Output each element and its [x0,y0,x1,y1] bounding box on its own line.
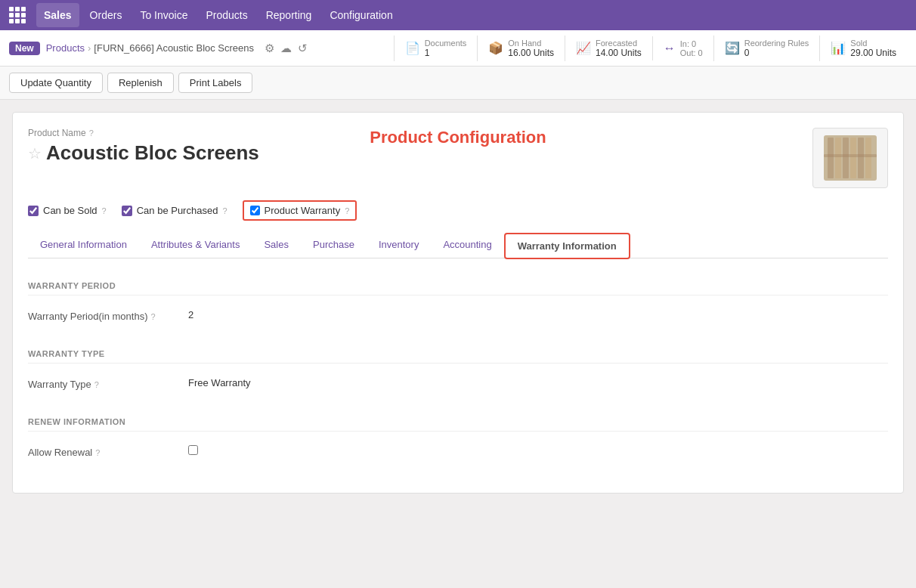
allow-renewal-label: Allow Renewal ? [28,445,179,458]
stat-documents-value: 1 [425,48,467,58]
breadcrumb-bar: New Products › [FURN_6666] Acoustic Bloc… [0,30,916,67]
stat-sold-label: Sold [850,39,896,48]
breadcrumb: Products › [FURN_6666] Acoustic Bloc Scr… [46,42,254,54]
on-hand-icon: 📦 [488,41,503,55]
in-out-icon: ↔ [664,42,676,55]
product-image-svg [820,132,880,184]
print-labels-button[interactable]: Print Labels [178,73,253,93]
stat-forecasted[interactable]: 📈 Forecasted 14.00 Units [565,36,652,61]
warranty-type-row: Warranty Type ? Free Warranty [28,373,888,395]
stat-forecasted-value: 14.00 Units [596,48,642,58]
product-warranty-help[interactable]: ? [345,206,349,215]
tab-warranty-information[interactable]: Warranty Information [504,233,630,259]
product-name-help[interactable]: ? [89,128,94,138]
svg-rect-2 [835,138,841,178]
sold-icon: 📊 [831,41,846,55]
renew-information-section: RENEW INFORMATION Allow Renewal ? [28,410,888,463]
stat-sold[interactable]: 📊 Sold 29.00 Units [819,36,907,61]
stat-out-label: Out: 0 [680,48,703,57]
warranty-type-section: WARRANTY TYPE Warranty Type ? Free Warra… [28,342,888,395]
allow-renewal-help[interactable]: ? [95,448,100,457]
svg-rect-4 [850,138,856,178]
breadcrumb-parent[interactable]: Products [46,42,85,54]
stat-forecasted-label: Forecasted [596,39,642,48]
can-be-purchased-checkbox[interactable]: Can be Purchased ? [122,205,227,216]
tab-attributes-variants[interactable]: Attributes & Variants [139,233,252,258]
svg-rect-7 [824,154,877,157]
warranty-period-label: Warranty Period(in months) ? [28,309,179,322]
tab-accounting[interactable]: Accounting [431,233,503,258]
can-be-sold-input[interactable] [28,206,39,216]
nav-configuration[interactable]: Configuration [322,3,400,27]
stat-reordering[interactable]: 🔄 Reordering Rules 0 [713,36,820,61]
settings-icon[interactable]: ⚙ [265,42,274,55]
warranty-type-label: Warranty Type ? [28,377,179,390]
top-navigation: Sales Orders To Invoice Products Reporti… [0,0,916,30]
stat-reordering-label: Reordering Rules [744,39,809,48]
refresh-icon[interactable]: ↺ [298,42,308,55]
main-content: Product Name ? ☆ Acoustic Bloc Screens P… [0,100,916,506]
tab-sales[interactable]: Sales [252,233,301,258]
allow-renewal-input[interactable] [188,445,198,455]
stats-bar: 📄 Documents 1 📦 On Hand 16.00 Units 📈 Fo… [394,36,907,61]
svg-rect-6 [865,138,871,178]
breadcrumb-separator: › [88,42,91,54]
action-bar: Update Quantity Replenish Print Labels [0,67,916,100]
can-be-purchased-input[interactable] [122,206,132,216]
warranty-type-header: WARRANTY TYPE [28,342,888,364]
nav-to-invoice[interactable]: To Invoice [132,3,195,27]
stat-documents[interactable]: 📄 Documents 1 [394,36,478,61]
warranty-type-help[interactable]: ? [94,380,99,389]
product-image [812,128,888,188]
stat-in-out[interactable]: ↔ In: 0 Out: 0 [652,36,713,60]
favorite-star-icon[interactable]: ☆ [28,144,42,162]
tab-general-information[interactable]: General Information [28,233,139,258]
product-form-card: Product Name ? ☆ Acoustic Bloc Screens P… [12,112,904,494]
breadcrumb-current: [FURN_6666] Acoustic Bloc Screens [94,42,254,54]
nav-orders[interactable]: Orders [82,3,130,27]
warranty-period-value: 2 [188,309,193,320]
nav-products[interactable]: Products [198,3,255,27]
nav-sales[interactable]: Sales [36,3,79,27]
can-be-sold-help[interactable]: ? [102,206,107,215]
cloud-icon[interactable]: ☁ [280,42,292,55]
allow-renewal-row: Allow Renewal ? [28,441,888,463]
can-be-sold-checkbox[interactable]: Can be Sold ? [28,205,107,216]
reordering-icon: 🔄 [725,41,740,55]
form-tabs: General Information Attributes & Variant… [28,233,888,258]
svg-rect-3 [843,138,849,178]
stat-documents-label: Documents [425,39,467,48]
can-be-purchased-help[interactable]: ? [222,206,227,215]
tab-inventory[interactable]: Inventory [367,233,431,258]
warranty-period-header: WARRANTY PERIOD [28,274,888,296]
warranty-period-section: WARRANTY PERIOD Warranty Period(in month… [28,274,888,326]
stat-on-hand[interactable]: 📦 On Hand 16.00 Units [477,36,565,61]
product-name: Acoustic Bloc Screens [46,141,259,165]
tab-purchase[interactable]: Purchase [301,233,367,258]
renew-information-header: RENEW INFORMATION [28,410,888,432]
allow-renewal-value [188,445,198,457]
stat-reordering-value: 0 [744,48,809,58]
warranty-period-row: Warranty Period(in months) ? 2 [28,305,888,326]
apps-icon[interactable] [9,7,26,23]
nav-reporting[interactable]: Reporting [258,3,320,27]
replenish-button[interactable]: Replenish [107,73,174,93]
nav-menu: Sales Orders To Invoice Products Reporti… [36,3,401,27]
warranty-period-help[interactable]: ? [150,312,155,321]
stat-in-label: In: 0 [680,39,703,48]
config-title: Product Configuration [370,128,546,147]
documents-icon: 📄 [405,41,420,55]
can-be-sold-label: Can be Sold [43,205,97,216]
breadcrumb-actions: ⚙ ☁ ↺ [265,42,308,55]
svg-rect-5 [858,138,864,178]
update-quantity-button[interactable]: Update Quantity [9,73,103,93]
product-warranty-wrapper: Product Warranty ? [243,200,357,221]
can-be-purchased-label: Can be Purchased [137,205,218,216]
product-warranty-input[interactable] [250,206,260,215]
svg-rect-1 [828,138,834,178]
new-badge: New [9,42,40,55]
stat-on-hand-value: 16.00 Units [508,48,554,58]
warranty-type-value: Free Warranty [188,377,251,388]
stat-sold-value: 29.00 Units [850,48,896,58]
product-header: Product Name ? ☆ Acoustic Bloc Screens P… [28,128,888,188]
